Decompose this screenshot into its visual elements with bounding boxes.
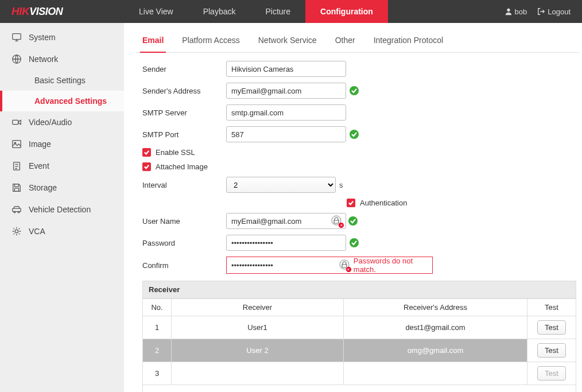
check-ok-icon <box>350 130 359 139</box>
tab-platform-access[interactable]: Platform Access <box>180 25 242 52</box>
sidebar-item-storage[interactable]: Storage <box>0 177 124 199</box>
confirm-error-text: Passwords do not match. <box>354 257 432 274</box>
cell-no: 3 <box>143 362 172 385</box>
sidebar-item-vca[interactable]: VCA <box>0 220 124 242</box>
cell-receiver[interactable]: User 2 <box>172 339 344 362</box>
sidebar-item-label: Basic Settings <box>34 76 86 85</box>
sidebar-item-label: Image <box>29 139 51 149</box>
nav-playback[interactable]: Playback <box>188 0 251 23</box>
top-bar: HIKVISION Live View Playback Picture Con… <box>0 0 582 23</box>
tab-email[interactable]: Email <box>140 25 166 53</box>
gear-icon <box>11 226 22 236</box>
sender-address-input[interactable] <box>226 83 346 99</box>
monitor-icon <box>11 32 22 42</box>
authentication-label: Authentication <box>360 199 407 207</box>
confirm-input[interactable] <box>227 257 342 273</box>
logout-link[interactable]: Logout <box>537 7 571 16</box>
sidebar: System Network Basic Settings Advanced S… <box>0 23 124 392</box>
table-row[interactable]: 3 Test <box>143 362 576 385</box>
logout-icon <box>537 7 545 15</box>
username-input[interactable] <box>226 213 346 229</box>
table-row[interactable]: 2 User 2 omg@gmail.com Test <box>143 339 576 362</box>
cell-address[interactable]: dest1@gmail.com <box>344 316 527 339</box>
sidebar-item-event[interactable]: Event <box>0 155 124 177</box>
smtp-server-label: SMTP Server <box>142 108 226 117</box>
main-content: Email Platform Access Network Service Ot… <box>124 23 582 392</box>
sidebar-item-label: Network <box>29 55 58 64</box>
current-user[interactable]: bob <box>505 7 527 16</box>
sidebar-item-advanced-settings[interactable]: Advanced Settings <box>0 91 124 111</box>
nav-picture[interactable]: Picture <box>250 0 305 23</box>
top-right: bob Logout <box>505 7 582 16</box>
interval-unit: s <box>339 181 343 189</box>
cell-receiver[interactable] <box>172 362 344 385</box>
cell-address[interactable] <box>344 362 527 385</box>
svg-point-12 <box>350 86 359 95</box>
clipboard-icon <box>11 161 22 171</box>
svg-rect-6 <box>14 184 18 187</box>
svg-point-11 <box>15 230 18 232</box>
lock-password-icon: ✕ <box>331 215 343 227</box>
smtp-server-input[interactable] <box>226 104 346 121</box>
col-receiver: Receiver <box>172 299 344 316</box>
interval-select[interactable]: 2 <box>226 177 336 193</box>
password-input[interactable] <box>226 235 346 251</box>
sidebar-item-basic-settings[interactable]: Basic Settings <box>0 70 124 91</box>
cell-no: 2 <box>143 339 172 362</box>
user-name: bob <box>515 7 527 16</box>
brand-vision: VISION <box>29 6 63 18</box>
sidebar-item-label: Event <box>29 161 49 170</box>
sidebar-item-vehicle[interactable]: Vehicle Detection <box>0 199 124 220</box>
sidebar-item-label: System <box>29 33 56 42</box>
email-form: Sender Sender's Address SMTP Server SMTP… <box>135 53 582 392</box>
table-row[interactable]: 1 User1 dest1@gmail.com Test <box>143 316 576 339</box>
brand-logo: HIKVISION <box>0 5 124 18</box>
tab-other[interactable]: Other <box>333 25 358 52</box>
cell-receiver[interactable]: User1 <box>172 316 344 339</box>
image-icon <box>11 139 22 149</box>
camera-icon <box>11 117 22 127</box>
sender-address-label: Sender's Address <box>142 87 226 95</box>
test-button[interactable]: Test <box>537 343 566 358</box>
table-row-empty <box>143 385 576 393</box>
logout-label: Logout <box>548 7 571 16</box>
nav-configuration[interactable]: Configuration <box>305 0 388 23</box>
receiver-title: Receiver <box>142 281 576 298</box>
sender-input[interactable] <box>226 61 346 77</box>
password-label: Password <box>142 239 226 247</box>
test-button[interactable]: Test <box>537 320 566 335</box>
authentication-checkbox[interactable] <box>347 199 355 207</box>
attached-image-label: Attached Image <box>156 162 208 171</box>
cell-address[interactable]: omg@gmail.com <box>344 339 527 362</box>
svg-rect-3 <box>13 141 21 148</box>
enable-ssl-checkbox[interactable] <box>142 148 151 157</box>
col-address: Receiver's Address <box>344 299 527 316</box>
check-ok-icon <box>350 238 359 247</box>
username-label: User Name <box>142 217 226 226</box>
confirm-label: Confirm <box>142 261 226 270</box>
sidebar-item-network[interactable]: Network <box>0 48 124 70</box>
svg-rect-7 <box>14 188 18 191</box>
tab-integration-protocol[interactable]: Integration Protocol <box>371 25 445 52</box>
sidebar-item-label: Advanced Settings <box>34 96 107 106</box>
sidebar-item-label: VCA <box>29 227 45 236</box>
sidebar-item-image[interactable]: Image <box>0 133 124 155</box>
sidebar-item-system[interactable]: System <box>0 26 124 48</box>
svg-rect-2 <box>13 120 18 124</box>
save-icon <box>11 183 22 193</box>
smtp-port-input[interactable] <box>226 126 346 142</box>
nav-live-view[interactable]: Live View <box>124 0 188 23</box>
sidebar-item-label: Video/Audio <box>29 118 72 127</box>
tab-network-service[interactable]: Network Service <box>256 25 319 52</box>
attached-image-checkbox[interactable] <box>142 162 151 171</box>
svg-point-13 <box>350 130 359 139</box>
sidebar-item-video-audio[interactable]: Video/Audio <box>0 111 124 133</box>
svg-point-15 <box>348 216 358 226</box>
brand-hik: HIK <box>11 5 29 18</box>
svg-rect-0 <box>13 34 21 40</box>
test-button[interactable]: Test <box>537 366 566 381</box>
svg-point-16 <box>350 238 359 247</box>
subtabs: Email Platform Access Network Service Ot… <box>135 25 580 53</box>
check-ok-icon <box>350 86 359 95</box>
lock-password-icon: ✕ <box>339 259 350 271</box>
